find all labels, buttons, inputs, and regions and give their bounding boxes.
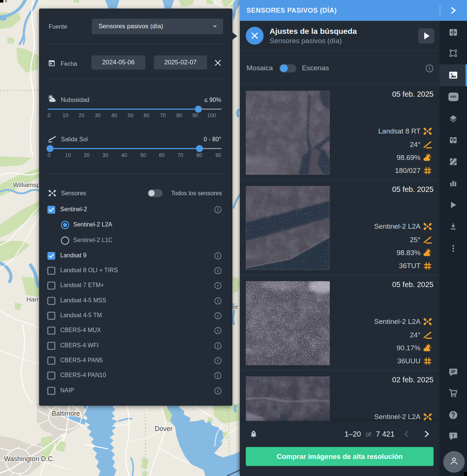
svg-text:Dover: Dover	[155, 425, 173, 432]
svg-text:nt: nt	[232, 303, 238, 311]
svg-text:Baltimore: Baltimore	[52, 410, 80, 417]
svg-text:Washington D.C.: Washington D.C.	[4, 455, 54, 463]
